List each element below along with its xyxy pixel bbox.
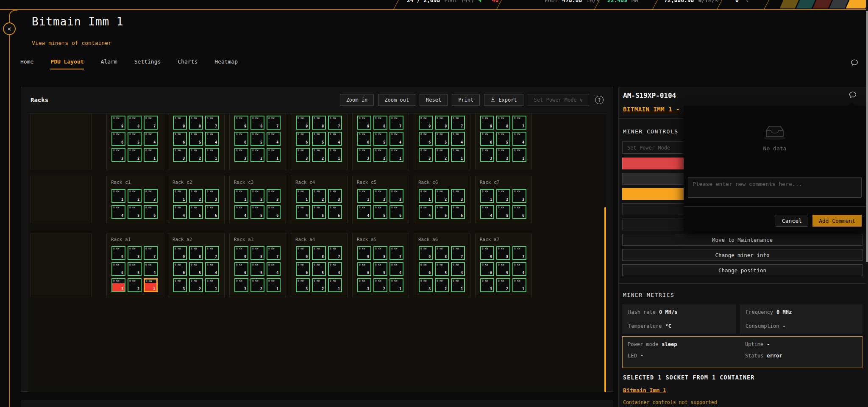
miner-cell[interactable]: 0 KW-4 [234, 205, 248, 219]
miner-cell[interactable]: 0 KW-4 [144, 262, 158, 276]
miner-cell[interactable]: 0 KW-5 [189, 132, 203, 146]
miner-cell[interactable]: 0 KW-3 [173, 148, 187, 162]
miner-cell[interactable]: 0 KW-1 [419, 189, 433, 203]
miner-cell[interactable]: 0 KW-1 [512, 278, 526, 292]
miner-cell[interactable]: 0 KW-3 [451, 189, 465, 203]
miner-cell[interactable]: 0 KW-8 [373, 116, 387, 130]
miner-cell[interactable]: 0 KW-5 [189, 205, 203, 219]
check-icon[interactable]: ✓ [0, 51, 0, 57]
miner-cell[interactable]: 0 KW-7 [451, 246, 465, 260]
miner-cell[interactable]: 0 KW-4 [512, 262, 526, 276]
selected-container-link[interactable]: Bitmain Imm 1 [623, 387, 666, 393]
miner-cell[interactable]: 0 KW-2 [128, 189, 142, 203]
miner-cell[interactable]: 0 KW-6 [419, 132, 433, 146]
miner-cell[interactable]: 0 KW-5 [373, 205, 387, 219]
miner-cell[interactable]: 0 KW-5 [373, 262, 387, 276]
miner-cell[interactable]: 0 KW-3 [512, 189, 526, 203]
print-button[interactable]: Print [452, 94, 480, 106]
miner-cell[interactable]: 0 KW-1 [389, 278, 403, 292]
miner-cell[interactable]: 0 KW-5 [496, 132, 510, 146]
status-ribbon-tab[interactable] [829, 0, 849, 8]
miner-cell[interactable]: 0 KW-4 [512, 132, 526, 146]
miner-cell[interactable]: 0 KW-7 [389, 116, 403, 130]
miner-cell[interactable]: 0 KW-5 [312, 132, 326, 146]
miner-cell[interactable]: 0 KW-8 [189, 116, 203, 130]
miner-cell[interactable]: 0 KW-5 [496, 262, 510, 276]
miner-cell[interactable]: 0 KW-6 [480, 132, 494, 146]
cancel-button[interactable]: Cancel [776, 215, 808, 227]
miner-cell[interactable]: 0 KW-4 [111, 205, 125, 219]
miner-cell[interactable]: 0 KW-5 [250, 205, 264, 219]
miner-cell[interactable]: 0 KW-4 [296, 205, 310, 219]
miner-cell[interactable]: 0 KW-8 [373, 246, 387, 260]
miner-cell[interactable]: 0 KW-2 [128, 148, 142, 162]
miner-cell[interactable]: 0 KW-4 [205, 132, 219, 146]
zoom-out-button[interactable]: Zoom out [378, 94, 415, 106]
miner-cell[interactable]: 0 KW-6 [296, 262, 310, 276]
miner-cell[interactable]: 0 KW-7 [328, 116, 342, 130]
miner-cell[interactable]: 0 KW-1 [296, 189, 310, 203]
miner-cell[interactable]: 0 KW-9 [480, 116, 494, 130]
status-ribbon-tab[interactable] [813, 0, 832, 8]
miner-cell[interactable]: 0 KW-6 [451, 205, 465, 219]
miner-cell[interactable]: 0 KW-6 [111, 262, 125, 276]
miner-cell[interactable]: 0 KW-9 [173, 246, 187, 260]
miner-cell[interactable]: 0 KW-4 [389, 262, 403, 276]
miner-cell[interactable]: 0 KW-6 [205, 205, 219, 219]
miner-cell[interactable]: 0 KW-5 [128, 132, 142, 146]
miner-cell[interactable]: 0 KW-7 [328, 246, 342, 260]
miner-cell[interactable]: 0 KW-2 [189, 189, 203, 203]
miner-cell[interactable]: 0 KW-6 [357, 132, 371, 146]
miner-cell[interactable]: 0 KW-3 [389, 189, 403, 203]
miner-cell[interactable]: 0 KW-9 [480, 246, 494, 260]
change-miner-info-button[interactable]: Change miner info [622, 249, 862, 261]
miner-cell[interactable]: 0 KW-3 [357, 278, 371, 292]
miner-cell[interactable]: 0 KW-1 [144, 148, 158, 162]
miner-cell[interactable]: 0 KW-1 [267, 278, 281, 292]
miner-cell[interactable]: 0 KW-6 [512, 205, 526, 219]
miner-cell[interactable]: 0 KW-7 [389, 246, 403, 260]
miner-cell[interactable]: 0 KW-3 [296, 148, 310, 162]
miner-cell[interactable]: 0 KW-1 [512, 148, 526, 162]
set-power-mode-dropdown[interactable]: Set Power Mode ∨ [528, 94, 589, 106]
miner-cell[interactable]: 0 KW-3 [267, 189, 281, 203]
miner-cell[interactable]: 0 KW-1 [205, 278, 219, 292]
miner-cell[interactable]: 0 KW-9 [234, 116, 248, 130]
miner-cell[interactable]: 0 KW-6 [328, 205, 342, 219]
move-to-maintenance-button[interactable]: Move to Maintenance [622, 234, 862, 246]
tab-heatmap[interactable]: Heatmap [214, 58, 238, 69]
miner-cell[interactable]: 0 KW-2 [250, 148, 264, 162]
miner-cell[interactable]: 0 KW-7 [267, 116, 281, 130]
miner-cell[interactable]: 0 KW-4 [173, 205, 187, 219]
miner-cell[interactable]: 0 KW-2 [496, 148, 510, 162]
miner-cell[interactable]: 0 KW-1 [328, 278, 342, 292]
miner-cell[interactable]: 0 KW-2 [373, 189, 387, 203]
miner-cell[interactable]: 0 KW-8 [128, 246, 142, 260]
miner-cell[interactable]: 0 KW-9 [234, 246, 248, 260]
check-icon[interactable]: ✓ [0, 36, 0, 42]
miner-cell[interactable]: 0 KW-4 [328, 132, 342, 146]
miner-cell[interactable]: 0 KW-9 [419, 246, 433, 260]
miner-cell[interactable]: 0 KW-3 [144, 189, 158, 203]
miner-cell[interactable]: 0 KW-3 [173, 278, 187, 292]
miner-cell[interactable]: 0 KW-6 [480, 262, 494, 276]
miner-cell[interactable]: 0 KW-1 [234, 189, 248, 203]
window-scrollbar[interactable] [866, 0, 868, 407]
miner-cell[interactable]: 0 KW-8 [435, 246, 449, 260]
miner-cell[interactable]: 0 KW-5 [435, 132, 449, 146]
miner-cell[interactable]: 0 KW-4 [389, 132, 403, 146]
add-comment-button[interactable]: Add Comment [812, 215, 862, 227]
miner-cell[interactable]: 0 KW-9 [296, 246, 310, 260]
miner-cell[interactable]: 0 KW-1 [451, 148, 465, 162]
miner-cell[interactable]: 0 KW-8 [312, 246, 326, 260]
miner-cell[interactable]: 0 KW-5 [128, 262, 142, 276]
miner-cell[interactable]: 0 KW-5 [250, 262, 264, 276]
comment-bubble-icon[interactable] [850, 58, 859, 69]
miner-cell[interactable]: 0 KW-6 [267, 205, 281, 219]
miner-cell[interactable]: 0 KW-6 [173, 132, 187, 146]
miner-cell[interactable]: 0 KW-1 [451, 278, 465, 292]
miner-cell[interactable]: 0 KW-2 [496, 189, 510, 203]
miner-cell[interactable]: 0 KW-3 [357, 148, 371, 162]
miner-cell[interactable]: 0 KW-5 [128, 205, 142, 219]
miner-cell[interactable]: 0 KW-7 [512, 116, 526, 130]
